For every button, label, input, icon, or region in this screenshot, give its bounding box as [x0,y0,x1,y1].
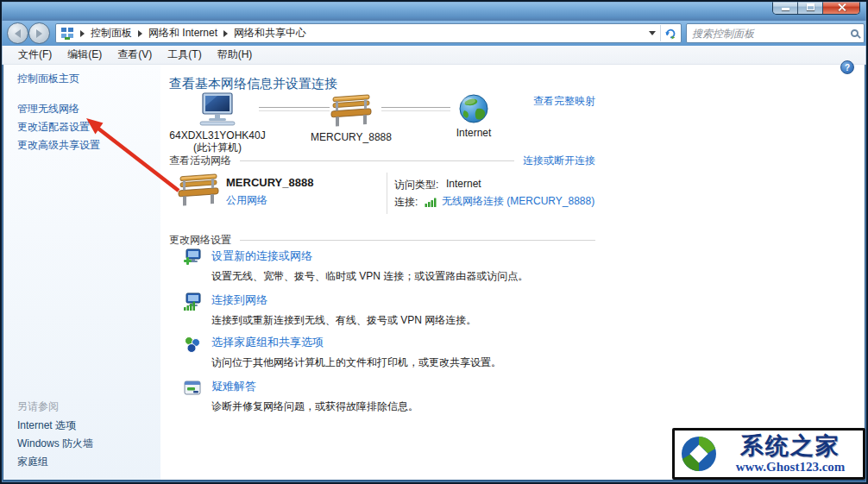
homegroup-options-desc: 访问位于其他网络计算机上的文件和打印机，或更改共享设置。 [211,355,501,370]
change-settings-header-row: 更改网络设置 [169,233,595,248]
map-connector-line [259,107,330,111]
back-button[interactable] [7,22,28,44]
maximize-button[interactable] [798,0,823,14]
homegroup-options-link[interactable]: 选择家庭组和共享选项 [211,335,501,350]
wireless-connection-link[interactable]: 无线网络连接 (MERCURY_8888) [442,194,594,209]
menu-view[interactable]: 查看(V) [110,45,160,65]
homegroup-icon [183,335,202,354]
help-icon: ? [845,63,850,72]
sidebar-item-manage-wireless[interactable]: 管理无线网络 [17,102,79,116]
page-title: 查看基本网络信息并设置连接 [169,76,337,92]
maximize-icon [807,3,815,10]
breadcrumb-control-panel[interactable]: 控制面板 [91,26,132,41]
breadcrumb-arrow-icon [223,30,228,37]
minimize-icon [782,8,789,10]
task-troubleshoot: 疑难解答 诊断并修复网络问题，或获得故障排除信息。 [183,379,418,414]
computer-name-label: 64XDXL31YOHK40J (此计算机) [169,129,265,154]
menu-tools[interactable]: 工具(T) [160,45,209,65]
close-icon [837,3,846,12]
watermark-banner: 系统之家 www.Ghost123.com [672,428,865,480]
breadcrumb-arrow-icon [138,30,142,37]
main-content: 查看基本网络信息并设置连接 64XDXL31YOHK40J (此计算机) MER… [160,65,865,480]
search-box[interactable] [686,23,865,43]
troubleshoot-link[interactable]: 疑难解答 [211,379,418,394]
see-full-map-link[interactable]: 查看完整映射 [533,94,595,109]
sidebar-item-homegroup[interactable]: 家庭组 [17,455,48,469]
network-sharing-center-window: 控制面板 网络和 Internet 网络和共享中心 文件(F) 编辑(E) [0,0,868,484]
access-type-label: 访问类型: [394,178,438,192]
connect-disconnect-link[interactable]: 连接或断开连接 [523,154,595,168]
close-button[interactable] [823,0,859,14]
setup-new-connection-desc: 设置无线、宽带、拨号、临时或 VPN 连接；或设置路由器或访问点。 [211,269,528,284]
access-type-value: Internet [446,178,481,190]
connect-to-network-link[interactable]: 连接到网络 [211,292,476,308]
network-name-label: MERCURY_8888 [311,131,392,143]
search-icon [851,29,859,37]
help-button[interactable]: ? [840,60,854,74]
chevron-down-icon [649,31,656,35]
setup-new-connection-link[interactable]: 设置新的连接或网络 [211,248,528,264]
task-text: 连接到网络 连接到或重新连接到无线、有线、拨号或 VPN 网络连接。 [211,292,476,328]
network-location-icon [60,27,74,41]
active-network-icon [178,172,219,213]
connections-label: 连接: [394,195,418,210]
task-text: 选择家庭组和共享选项 访问位于其他网络计算机上的文件和打印机，或更改共享设置。 [211,335,501,370]
task-homegroup-options: 选择家庭组和共享选项 访问位于其他网络计算机上的文件和打印机，或更改共享设置。 [183,335,501,370]
globe-icon [458,93,489,124]
section-rule [240,240,595,241]
back-icon [15,29,21,38]
forward-button[interactable] [28,22,50,44]
task-setup-new-connection: 设置新的连接或网络 设置无线、宽带、拨号、临时或 VPN 连接；或设置路由器或访… [183,248,528,284]
sidebar-item-advanced-sharing[interactable]: 更改高级共享设置 [17,138,100,153]
active-card-divider [387,173,387,214]
change-settings-header: 更改网络设置 [169,233,231,248]
task-text: 设置新的连接或网络 设置无线、宽带、拨号、临时或 VPN 连接；或设置路由器或访… [211,248,528,284]
menu-file[interactable]: 文件(F) [10,45,60,65]
breadcrumb-arrow-icon [80,30,85,37]
sidebar-item-change-adapter-settings[interactable]: 更改适配器设置 [17,120,90,135]
connect-network-icon [183,292,202,311]
map-node-computer[interactable]: 64XDXL31YOHK40J (此计算机) [176,92,259,154]
sidebar-item-windows-firewall[interactable]: Windows 防火墙 [17,437,93,451]
watermark-url: www.Ghost123.com [736,461,846,474]
wireless-signal-icon [425,196,437,211]
active-networks-header-row: 查看活动网络 连接或断开连接 [169,154,595,168]
active-networks-header: 查看活动网络 [169,154,231,168]
internet-label: Internet [456,127,492,139]
watermark-text: 系统之家 www.Ghost123.com [722,435,859,474]
troubleshoot-icon [183,379,202,398]
window-body: 控制面板主页 管理无线网络 更改适配器设置 更改高级共享设置 另请参阅 Inte… [3,65,865,480]
bench-network-icon [330,94,372,129]
see-also-header: 另请参阅 [17,399,59,414]
public-network-link[interactable]: 公用网络 [226,193,267,208]
map-node-network[interactable]: MERCURY_8888 [326,94,376,143]
refresh-button[interactable] [661,25,679,41]
title-bar[interactable] [0,0,868,21]
sidebar: 控制面板主页 管理无线网络 更改适配器设置 更改高级共享设置 另请参阅 Inte… [3,65,160,480]
breadcrumb-network-sharing-center[interactable]: 网络和共享中心 [234,26,306,41]
menu-help[interactable]: 帮助(H) [210,45,261,65]
refresh-icon [664,28,676,40]
new-connection-icon [183,248,202,267]
task-connect-to-network: 连接到网络 连接到或重新连接到无线、有线、拨号或 VPN 网络连接。 [183,292,476,328]
menu-edit[interactable]: 编辑(E) [60,45,110,65]
troubleshoot-desc: 诊断并修复网络问题，或获得故障排除信息。 [211,399,418,414]
navigation-bar: 控制面板 网络和 Internet 网络和共享中心 [0,21,868,46]
menu-bar: 文件(F) 编辑(E) 查看(V) 工具(T) 帮助(H) [0,46,868,65]
forward-icon [36,29,42,38]
address-dropdown-button[interactable] [645,25,660,41]
active-network-name: MERCURY_8888 [226,176,313,189]
breadcrumb-network-internet[interactable]: 网络和 Internet [148,26,217,41]
computer-icon [198,92,236,127]
sidebar-item-internet-options[interactable]: Internet 选项 [17,418,76,433]
sidebar-item-control-panel-home[interactable]: 控制面板主页 [17,72,79,86]
connect-to-network-desc: 连接到或重新连接到无线、有线、拨号或 VPN 网络连接。 [211,313,476,328]
task-text: 疑难解答 诊断并修复网络问题，或获得故障排除信息。 [211,379,418,414]
section-rule [240,160,514,161]
search-input[interactable] [692,28,847,40]
minimize-button[interactable] [773,0,798,14]
map-node-internet[interactable]: Internet [454,93,494,139]
address-bar[interactable]: 控制面板 网络和 Internet 网络和共享中心 [55,23,682,43]
watermark-title: 系统之家 [740,435,840,458]
caption-buttons [772,0,860,15]
